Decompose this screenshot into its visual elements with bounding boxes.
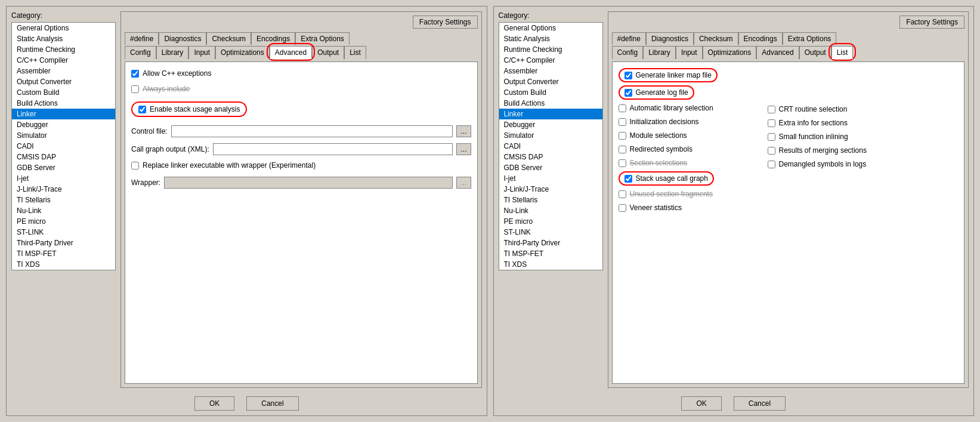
left-category-item-cmsis-dap[interactable]: CMSIS DAP xyxy=(12,152,115,162)
right-category-item-third-party-driver[interactable]: Third-Party Driver xyxy=(499,238,602,248)
left-control-file-input[interactable] xyxy=(171,125,453,137)
left-enable-stack-usage-check[interactable] xyxy=(138,106,146,113)
left-callgraph-input[interactable] xyxy=(213,143,453,155)
right-category-item-output-converter[interactable]: Output Converter xyxy=(499,76,602,87)
right-auto-library-check[interactable] xyxy=(619,104,626,112)
right-category-item-j-link-j-trace[interactable]: J-Link/J-Trace xyxy=(499,184,602,195)
right-category-item-static-analysis[interactable]: Static Analysis xyxy=(499,33,602,44)
left-category-item-output-converter[interactable]: Output Converter xyxy=(12,76,115,87)
left-tab--define[interactable]: #define xyxy=(125,32,159,45)
right-category-item-build-actions[interactable]: Build Actions xyxy=(499,98,602,109)
right-tab-advanced[interactable]: Advanced xyxy=(756,46,799,59)
right-tab-extra-options[interactable]: Extra Options xyxy=(783,32,837,45)
right-generate-log-check[interactable] xyxy=(625,89,632,97)
right-init-decisions-check[interactable] xyxy=(619,118,626,126)
right-tab-encodings[interactable]: Encodings xyxy=(738,32,783,45)
right-category-item-nu-link[interactable]: Nu-Link xyxy=(499,205,602,216)
left-category-item-custom-build[interactable]: Custom Build xyxy=(12,87,115,98)
right-tab-optimizations[interactable]: Optimizations xyxy=(703,46,757,59)
left-callgraph-browse[interactable]: ... xyxy=(456,143,471,155)
left-category-item-c-c---compiler[interactable]: C/C++ Compiler xyxy=(12,55,115,66)
left-always-include-check[interactable] xyxy=(131,85,139,93)
right-small-function-check[interactable] xyxy=(768,133,775,141)
left-tab-output[interactable]: Output xyxy=(312,46,344,59)
left-tab-advanced[interactable]: Advanced xyxy=(270,46,312,59)
right-category-item-ti-msp-fet[interactable]: TI MSP-FET xyxy=(499,248,602,259)
right-extra-info-check[interactable] xyxy=(768,119,775,127)
left-category-item-build-actions[interactable]: Build Actions xyxy=(12,98,115,109)
left-tab-input[interactable]: Input xyxy=(188,46,215,59)
left-wrapper-input[interactable] xyxy=(164,177,453,189)
right-factory-settings-button[interactable]: Factory Settings xyxy=(899,16,964,29)
right-category-item-pe-micro[interactable]: PE micro xyxy=(499,216,602,227)
right-ok-button[interactable]: OK xyxy=(681,396,721,411)
right-stack-usage-check[interactable] xyxy=(625,175,632,183)
left-category-item-st-link[interactable]: ST-LINK xyxy=(12,227,115,238)
right-tab--define[interactable]: #define xyxy=(612,32,646,45)
right-tab-checksum[interactable]: Checksum xyxy=(694,32,738,45)
right-tab-diagnostics[interactable]: Diagnostics xyxy=(646,32,694,45)
right-tab-input[interactable]: Input xyxy=(676,46,703,59)
right-category-item-c-c---compiler[interactable]: C/C++ Compiler xyxy=(499,55,602,66)
right-cancel-button[interactable]: Cancel xyxy=(734,396,786,411)
left-tab-config[interactable]: Config xyxy=(125,46,156,59)
right-category-item-runtime-checking[interactable]: Runtime Checking xyxy=(499,44,602,55)
left-category-item-ti-stellaris[interactable]: TI Stellaris xyxy=(12,195,115,205)
right-generate-map-check[interactable] xyxy=(625,72,632,79)
left-category-item-linker[interactable]: Linker xyxy=(12,109,115,119)
right-category-item-i-jet[interactable]: I-jet xyxy=(499,173,602,184)
left-category-item-gdb-server[interactable]: GDB Server xyxy=(12,162,115,173)
right-unused-fragments-check[interactable] xyxy=(619,190,626,198)
left-category-item-debugger[interactable]: Debugger xyxy=(12,119,115,130)
right-merging-sections-check[interactable] xyxy=(768,147,775,155)
left-tab-encodings[interactable]: Encodings xyxy=(251,32,295,45)
right-section-selections-check[interactable] xyxy=(619,159,626,167)
left-tab-checksum[interactable]: Checksum xyxy=(206,32,251,45)
right-category-item-ti-stellaris[interactable]: TI Stellaris xyxy=(499,195,602,205)
right-category-item-custom-build[interactable]: Custom Build xyxy=(499,87,602,98)
right-category-item-debugger[interactable]: Debugger xyxy=(499,119,602,130)
left-tab-list[interactable]: List xyxy=(344,46,366,59)
left-category-item-pe-micro[interactable]: PE micro xyxy=(12,216,115,227)
left-category-item-ti-msp-fet[interactable]: TI MSP-FET xyxy=(12,248,115,259)
left-category-item-i-jet[interactable]: I-jet xyxy=(12,173,115,184)
right-category-item-assembler[interactable]: Assembler xyxy=(499,66,602,76)
left-category-item-runtime-checking[interactable]: Runtime Checking xyxy=(12,44,115,55)
left-ok-button[interactable]: OK xyxy=(194,396,234,411)
right-category-item-cmsis-dap[interactable]: CMSIS DAP xyxy=(499,152,602,162)
left-category-item-third-party-driver[interactable]: Third-Party Driver xyxy=(12,238,115,248)
left-cancel-button[interactable]: Cancel xyxy=(246,396,298,411)
left-category-item-cadi[interactable]: CADI xyxy=(12,141,115,152)
right-demangled-symbols-check[interactable] xyxy=(768,161,775,168)
left-category-item-ti-xds[interactable]: TI XDS xyxy=(12,259,115,270)
left-category-item-nu-link[interactable]: Nu-Link xyxy=(12,205,115,216)
left-category-item-general-options[interactable]: General Options xyxy=(12,23,115,33)
left-tab-library[interactable]: Library xyxy=(156,46,189,59)
left-tab-optimizations[interactable]: Optimizations xyxy=(215,46,270,59)
left-allow-cpp-exceptions-check[interactable] xyxy=(131,70,139,78)
right-category-item-general-options[interactable]: General Options xyxy=(499,23,602,33)
left-category-item-simulator[interactable]: Simulator xyxy=(12,130,115,141)
right-category-item-st-link[interactable]: ST-LINK xyxy=(499,227,602,238)
right-module-selections-check[interactable] xyxy=(619,132,626,140)
left-control-file-browse[interactable]: ... xyxy=(456,125,471,137)
right-category-item-linker[interactable]: Linker xyxy=(499,109,602,119)
right-category-item-ti-xds[interactable]: TI XDS xyxy=(499,259,602,270)
left-replace-linker-check[interactable] xyxy=(131,162,139,170)
left-category-item-static-analysis[interactable]: Static Analysis xyxy=(12,33,115,44)
right-crt-routine-check[interactable] xyxy=(768,106,775,113)
left-tab-diagnostics[interactable]: Diagnostics xyxy=(159,32,206,45)
left-wrapper-browse[interactable]: ... xyxy=(456,177,471,189)
right-category-item-cadi[interactable]: CADI xyxy=(499,141,602,152)
right-redirected-symbols-check[interactable] xyxy=(619,146,626,153)
left-tab-extra-options[interactable]: Extra Options xyxy=(295,32,350,45)
right-tab-list[interactable]: List xyxy=(831,46,854,59)
right-veneer-stats-check[interactable] xyxy=(619,204,626,212)
right-category-item-gdb-server[interactable]: GDB Server xyxy=(499,162,602,173)
right-tab-config[interactable]: Config xyxy=(612,46,644,59)
right-tab-library[interactable]: Library xyxy=(643,46,676,59)
left-category-item-j-link-j-trace[interactable]: J-Link/J-Trace xyxy=(12,184,115,195)
right-tab-output[interactable]: Output xyxy=(799,46,831,59)
right-category-item-simulator[interactable]: Simulator xyxy=(499,130,602,141)
left-category-item-assembler[interactable]: Assembler xyxy=(12,66,115,76)
